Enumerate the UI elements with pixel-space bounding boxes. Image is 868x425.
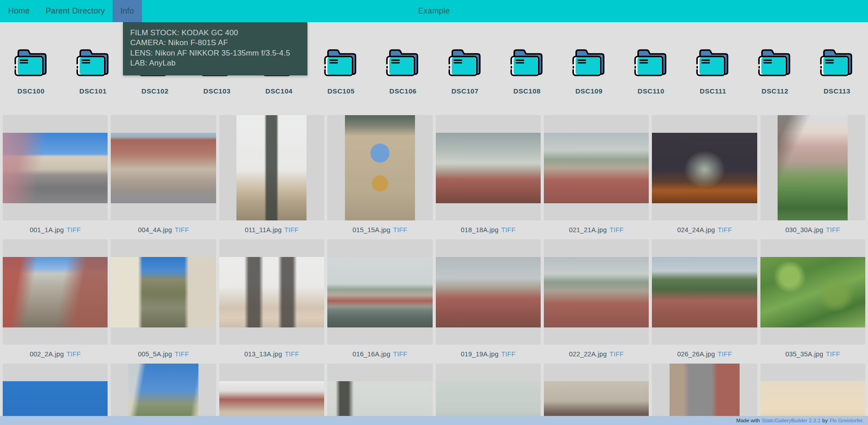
tiff-link[interactable]: TIFF (285, 350, 299, 358)
gallery-item: 030_30A.jpg TIFF (760, 115, 865, 239)
footer-made-with: Made with (736, 418, 760, 423)
photo-thumbnail[interactable] (111, 239, 216, 345)
photo-image (3, 257, 108, 327)
gallery-item: 021_21A.jpg TIFF (544, 115, 649, 239)
folder-icon (820, 47, 854, 76)
tiff-link[interactable]: TIFF (718, 350, 732, 358)
nav-item-parent-directory[interactable]: Parent Directory (46, 0, 105, 22)
folder-item-dsc111[interactable]: DSC111 (682, 47, 744, 115)
folder-item-dsc106[interactable]: DSC106 (372, 47, 434, 115)
photo-thumbnail[interactable] (544, 239, 649, 345)
photo-thumbnail[interactable] (760, 115, 865, 220)
tiff-link[interactable]: TIFF (175, 350, 189, 358)
folder-icon (324, 47, 358, 76)
photo-caption: 022_22A.jpg TIFF (544, 345, 649, 364)
gallery-item: 013_13A.jpg TIFF (219, 239, 324, 364)
folder-item-dsc101[interactable]: DSC101 (62, 47, 124, 115)
photo-thumbnail[interactable] (760, 239, 865, 345)
footer-bar: Made with StaticGalleryBuilder 2.3.1 by … (0, 416, 868, 425)
tiff-link[interactable]: TIFF (609, 226, 623, 234)
photo-image (778, 115, 848, 220)
folder-item-dsc107[interactable]: DSC107 (434, 47, 496, 115)
photo-thumbnail[interactable] (219, 115, 324, 220)
tiff-link[interactable]: TIFF (718, 226, 732, 234)
photo-caption: 026_26A.jpg TIFF (652, 345, 757, 364)
photo-filename: 005_5A.jpg (138, 350, 172, 358)
gallery-item: 005_5A.jpg TIFF (111, 239, 216, 364)
photo-thumbnail[interactable] (652, 239, 757, 345)
tiff-link[interactable]: TIFF (826, 350, 840, 358)
tiff-link[interactable]: TIFF (393, 226, 407, 234)
folder-label: DSC112 (762, 87, 788, 95)
photo-image (219, 257, 324, 327)
photo-thumbnail[interactable] (3, 239, 108, 345)
photo-caption: 035_35A.jpg TIFF (760, 345, 865, 364)
nav-item-info[interactable]: Info (113, 0, 142, 22)
tiff-link[interactable]: TIFF (501, 226, 515, 234)
photo-thumbnail[interactable] (652, 115, 757, 220)
folder-label: DSC109 (576, 87, 603, 95)
folder-icon (634, 47, 668, 76)
builder-link[interactable]: StaticGalleryBuilder 2.3.1 (762, 418, 821, 423)
folder-label: DSC100 (17, 87, 44, 95)
tiff-link[interactable]: TIFF (609, 350, 623, 358)
photo-thumbnail[interactable] (111, 115, 216, 220)
photo-thumbnail[interactable] (327, 115, 432, 220)
photo-image (327, 257, 432, 327)
photo-thumbnail[interactable] (3, 115, 108, 220)
folder-label: DSC110 (637, 87, 664, 95)
folder-item-dsc110[interactable]: DSC110 (620, 47, 682, 115)
photo-filename: 026_26A.jpg (677, 350, 715, 358)
photo-image (544, 133, 649, 203)
photo-image (3, 133, 108, 203)
tiff-link[interactable]: TIFF (66, 226, 80, 234)
photo-filename: 016_16A.jpg (353, 350, 391, 358)
photo-thumbnail[interactable] (436, 239, 541, 345)
photo-thumbnail[interactable] (219, 239, 324, 345)
folder-icon (14, 47, 48, 76)
folder-item-dsc105[interactable]: DSC105 (310, 47, 372, 115)
folder-item-dsc113[interactable]: DSC113 (806, 47, 868, 115)
photo-caption: 015_15A.jpg TIFF (327, 220, 432, 239)
photo-image (652, 133, 757, 203)
gallery-item: 022_22A.jpg TIFF (544, 239, 649, 364)
photo-filename: 002_2A.jpg (30, 350, 64, 358)
author-link[interactable]: Flo Greistorfer. (830, 418, 864, 423)
photo-filename: 030_30A.jpg (785, 226, 823, 234)
tiff-link[interactable]: TIFF (66, 350, 80, 358)
folder-label: DSC113 (824, 87, 850, 95)
tiff-link[interactable]: TIFF (501, 350, 515, 358)
navbar: Example HomeParent DirectoryInfo (0, 0, 868, 22)
photo-caption: 004_4A.jpg TIFF (111, 220, 216, 239)
folder-icon (758, 47, 792, 76)
tooltip-line: LENS: Nikon AF NIKKOR 35-135mm f/3.5-4.5 (130, 48, 300, 58)
photo-caption: 005_5A.jpg TIFF (111, 345, 216, 364)
nav-item-home[interactable]: Home (8, 0, 30, 22)
photo-thumbnail[interactable] (436, 115, 541, 220)
tiff-link[interactable]: TIFF (826, 226, 840, 234)
folder-label: DSC102 (142, 87, 169, 95)
gallery-item: 002_2A.jpg TIFF (3, 239, 108, 364)
folder-item-dsc100[interactable]: DSC100 (0, 47, 62, 115)
folder-label: DSC103 (203, 87, 231, 95)
gallery-item: 024_24A.jpg TIFF (652, 115, 757, 239)
photo-thumbnail[interactable] (327, 239, 432, 345)
photo-filename: 004_4A.jpg (138, 226, 172, 234)
folder-item-dsc109[interactable]: DSC109 (558, 47, 620, 115)
photo-filename: 013_13A.jpg (244, 350, 282, 358)
photo-caption: 013_13A.jpg TIFF (219, 345, 324, 364)
photo-image (345, 115, 415, 220)
photo-caption: 030_30A.jpg TIFF (760, 220, 865, 239)
photo-filename: 011_11A.jpg (245, 226, 281, 234)
tiff-link[interactable]: TIFF (393, 350, 407, 358)
photo-filename: 018_18A.jpg (461, 226, 499, 234)
nav-links: HomeParent DirectoryInfo (0, 0, 142, 22)
photo-thumbnail[interactable] (544, 115, 649, 220)
folder-icon (448, 47, 482, 76)
folder-item-dsc108[interactable]: DSC108 (496, 47, 558, 115)
tiff-link[interactable]: TIFF (175, 226, 189, 234)
folder-item-dsc112[interactable]: DSC112 (744, 47, 806, 115)
gallery-item: 016_16A.jpg TIFF (327, 239, 432, 364)
tiff-link[interactable]: TIFF (284, 226, 298, 234)
photo-caption: 002_2A.jpg TIFF (3, 345, 108, 364)
